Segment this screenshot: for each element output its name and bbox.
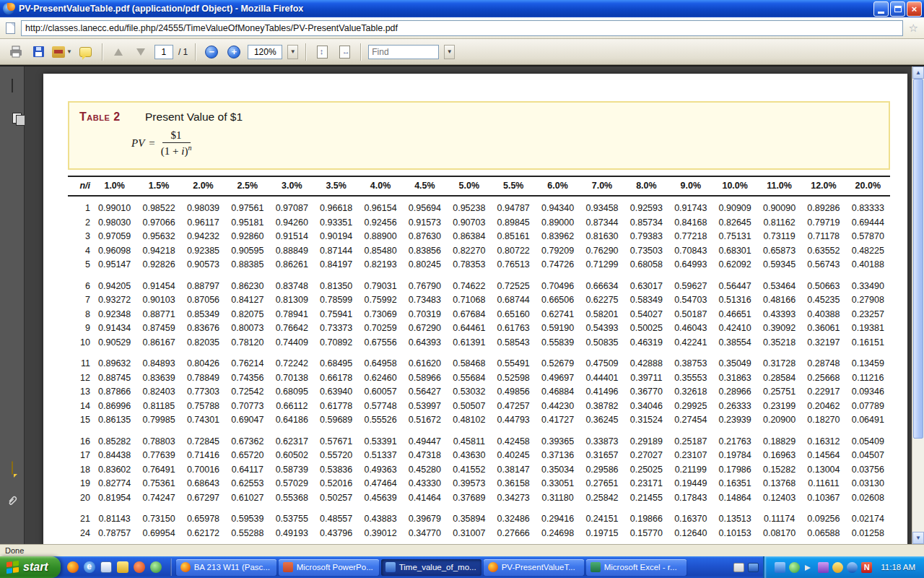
value-cell: 0.78803 [136, 436, 180, 447]
vertical-scrollbar[interactable]: ▲ ▼ [912, 66, 924, 544]
firefox-quicklaunch-icon[interactable] [67, 561, 79, 573]
zoom-out-icon: − [205, 46, 218, 59]
task-label: PV-PresentValueT... [502, 563, 575, 571]
url-input[interactable] [21, 20, 903, 36]
fit-width-button[interactable] [336, 43, 353, 61]
zoom-out-button[interactable]: − [203, 43, 220, 61]
scroll-down-button[interactable]: ▼ [912, 532, 924, 544]
taskbar-task-button[interactable]: Time_value_of_mo... [381, 559, 481, 576]
value-cell: 0.67684 [447, 309, 491, 319]
value-cell: 0.13004 [801, 465, 845, 475]
scroll-thumb[interactable] [913, 79, 923, 439]
start-button[interactable]: start [0, 556, 61, 578]
value-cell: 0.29925 [668, 401, 712, 411]
update-shield-icon[interactable] [789, 562, 800, 573]
value-cell: 0.86996 [92, 401, 136, 411]
messenger-icon[interactable] [150, 561, 162, 573]
value-cell: 0.13459 [846, 358, 890, 368]
save-button[interactable] [30, 43, 47, 61]
sign-button[interactable]: ▼ [52, 43, 72, 61]
value-cell: 0.88771 [136, 309, 180, 319]
toolbar-separator [102, 43, 103, 61]
scroll-up-button[interactable]: ▲ [912, 66, 924, 79]
period-cell: 19 [68, 478, 92, 488]
taskbar-task-button[interactable]: PV-PresentValueT... [484, 559, 584, 576]
value-cell: 0.59345 [757, 259, 801, 269]
keyboard-icon[interactable] [733, 563, 744, 572]
print-button[interactable] [7, 43, 25, 61]
taskbar-task-button[interactable]: Microsoft PowerPo... [279, 559, 379, 576]
value-cell: 0.83856 [403, 246, 447, 256]
norton-antivirus-icon[interactable]: N [861, 562, 872, 573]
value-cell: 0.94340 [536, 203, 580, 213]
attachments-panel-button[interactable] [6, 495, 18, 511]
table-row: 70.932720.901030.870560.841270.813090.78… [68, 293, 890, 308]
page-number-input[interactable] [154, 45, 173, 59]
monitor-icon[interactable] [748, 563, 759, 572]
value-cell: 0.14564 [801, 450, 845, 460]
comments-panel-button[interactable] [12, 462, 13, 475]
comment-button[interactable] [77, 43, 95, 61]
show-desktop-icon[interactable] [100, 561, 112, 573]
value-cell: 0.71416 [181, 450, 225, 460]
find-input[interactable] [368, 45, 439, 59]
excel-icon [590, 562, 601, 572]
period-cell: 13 [68, 387, 92, 397]
period-cell: 7 [68, 295, 92, 305]
pages-panel-button[interactable] [12, 79, 13, 92]
internet-explorer-icon[interactable]: e [84, 561, 95, 573]
zoom-dropdown-button[interactable]: ▼ [287, 45, 298, 59]
value-cell: 0.32618 [668, 387, 712, 397]
value-cell: 0.80426 [181, 358, 225, 368]
previous-page-button[interactable] [110, 43, 127, 61]
volume-icon[interactable] [803, 562, 814, 573]
scroll-track[interactable] [912, 79, 924, 532]
scrolling-mode-button[interactable] [313, 43, 331, 61]
maximize-button[interactable] [890, 1, 905, 17]
value-cell: 0.82774 [92, 478, 136, 488]
taskbar-task-button[interactable]: Microsoft Excel - r... [586, 559, 687, 576]
value-cell: 0.67556 [358, 337, 402, 348]
next-page-button[interactable] [132, 43, 149, 61]
value-cell: 0.01258 [846, 528, 890, 538]
value-cell: 0.94205 [92, 281, 136, 291]
zoom-in-button[interactable]: + [225, 43, 243, 61]
alert-icon[interactable] [832, 562, 843, 573]
value-cell: 0.64186 [270, 415, 314, 425]
value-cell: 0.59190 [536, 323, 580, 333]
safely-remove-hardware-icon[interactable] [847, 562, 858, 573]
outlook-icon[interactable] [117, 561, 128, 573]
zoom-level-display[interactable]: 120% [248, 45, 282, 59]
value-cell: 0.55720 [314, 450, 358, 460]
formula-equals: = [149, 137, 154, 150]
pv-table-header: n/i1.0%1.5%2.0%2.5%3.0%3.5%4.0%4.5%5.0%5… [68, 176, 890, 197]
value-cell: 0.51672 [403, 415, 447, 425]
close-button[interactable]: × [907, 1, 922, 17]
value-cell: 0.48102 [447, 415, 491, 425]
value-cell: 0.35034 [536, 465, 580, 475]
media-player-icon[interactable] [134, 561, 145, 573]
value-cell: 0.68643 [181, 478, 225, 488]
value-cell: 0.91514 [270, 231, 314, 241]
column-header: 2.5% [225, 181, 269, 191]
network-icon[interactable] [775, 562, 785, 573]
value-cell: 0.40388 [801, 309, 845, 319]
task-label: BA 213 W11 (Pasc... [194, 563, 270, 571]
value-cell: 0.09256 [801, 514, 845, 524]
value-cell: 0.82193 [358, 259, 402, 269]
value-cell: 0.74409 [270, 337, 314, 348]
find-dropdown-button[interactable]: ▼ [444, 45, 455, 59]
value-cell: 0.83602 [92, 465, 136, 475]
formula-denominator: (1 + i)n [161, 143, 192, 158]
taskbar-task-button[interactable]: BA 213 W11 (Pasc... [176, 559, 276, 576]
value-cell: 0.47318 [403, 450, 447, 460]
messenger-tray-icon[interactable] [818, 562, 829, 573]
value-cell: 0.98039 [181, 203, 225, 213]
taskbar: start e BA 213 W11 (Pasc...Microsoft Pow… [0, 556, 924, 578]
value-cell: 0.62092 [712, 259, 757, 269]
minimize-button[interactable] [873, 1, 889, 17]
bookmark-star-icon[interactable]: ☆ [909, 22, 918, 33]
value-cell: 0.79209 [536, 246, 580, 256]
value-cell: 0.37689 [447, 493, 491, 503]
value-cell: 0.19866 [624, 514, 668, 524]
